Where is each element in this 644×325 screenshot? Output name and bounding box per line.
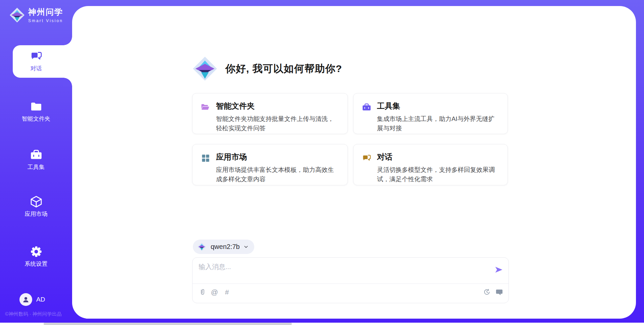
model-selector[interactable]: qwen2:7b bbox=[193, 240, 254, 254]
card-chat[interactable]: 对话 灵活切换多模型文件，支持多样回复效果调试，满足个性化需求 bbox=[353, 144, 508, 185]
app-root: 神州问学 Smart Vision 对话 智能文件夹 工具集 bbox=[0, 0, 644, 325]
send-icon[interactable] bbox=[494, 265, 503, 274]
tab-fillet-bottom bbox=[63, 78, 72, 86]
grid-icon bbox=[201, 153, 211, 163]
sidebar: 神州问学 Smart Vision 对话 智能文件夹 工具集 bbox=[0, 0, 72, 325]
user-initials: AD bbox=[36, 296, 45, 303]
brand-name: 神州问学 bbox=[28, 7, 63, 17]
horizontal-scrollbar-thumb[interactable] bbox=[44, 323, 292, 325]
cube-icon bbox=[30, 195, 43, 208]
diamond-logo-icon bbox=[197, 242, 206, 251]
composer-toolbar: @ # bbox=[199, 288, 503, 296]
composer-divider bbox=[193, 283, 508, 284]
card-description: 智能文件夹功能支持批量文件上传与清洗，轻松实现文件问答 bbox=[216, 114, 339, 133]
sidebar-item-label: 工具集 bbox=[0, 163, 72, 171]
history-icon[interactable] bbox=[483, 288, 491, 296]
brand-subtitle: Smart Vision bbox=[28, 18, 63, 23]
avatar bbox=[19, 293, 32, 306]
sidebar-item-label: 智能文件夹 bbox=[0, 115, 72, 123]
chevron-down-icon bbox=[243, 244, 249, 250]
user-profile[interactable]: AD bbox=[19, 293, 45, 306]
model-name: qwen2:7b bbox=[211, 243, 240, 251]
card-title: 应用市场 bbox=[216, 152, 339, 162]
tab-fillet-top bbox=[63, 37, 72, 45]
toolbox-icon bbox=[30, 148, 43, 161]
greeting-title: 你好, 我可以如何帮助你? bbox=[225, 62, 342, 76]
card-description: 集成市场上主流工具，助力AI与外界无缝扩展与对接 bbox=[377, 114, 499, 133]
sidebar-item-chat[interactable]: 对话 bbox=[0, 50, 72, 72]
sidebar-item-toolset[interactable]: 工具集 bbox=[0, 148, 72, 171]
card-title: 对话 bbox=[377, 152, 499, 162]
hash-icon[interactable]: # bbox=[223, 288, 231, 296]
main-content: 你好, 我可以如何帮助你? 智能文件夹 智能文件夹功能支持批量文件上传与清洗，轻… bbox=[72, 6, 636, 319]
card-toolset[interactable]: 工具集 集成市场上主流工具，助力AI与外界无缝扩展与对接 bbox=[353, 93, 508, 134]
sidebar-item-smart-folder[interactable]: 智能文件夹 bbox=[0, 100, 72, 123]
diamond-logo-icon bbox=[9, 7, 25, 23]
card-title: 工具集 bbox=[377, 101, 499, 111]
feature-cards: 智能文件夹 智能文件夹功能支持批量文件上传与清洗，轻松实现文件问答 工具集 集成… bbox=[192, 93, 508, 185]
message-composer: @ # bbox=[192, 257, 509, 303]
feedback-icon[interactable] bbox=[495, 288, 503, 296]
sidebar-item-app-market[interactable]: 应用市场 bbox=[0, 195, 72, 218]
chat-bubbles-icon bbox=[30, 50, 43, 63]
card-title: 智能文件夹 bbox=[216, 101, 339, 111]
card-app-market[interactable]: 应用市场 应用市场提供丰富长文本模板，助力高效生成多样化文章内容 bbox=[192, 144, 348, 185]
sidebar-item-settings[interactable]: 系统设置 bbox=[0, 245, 72, 268]
greeting: 你好, 我可以如何帮助你? bbox=[192, 56, 342, 82]
attachment-icon[interactable] bbox=[199, 288, 206, 296]
sidebar-item-label: 对话 bbox=[0, 65, 72, 72]
sidebar-item-label: 应用市场 bbox=[0, 210, 72, 218]
message-input[interactable] bbox=[199, 262, 487, 281]
chat-bubbles-icon bbox=[362, 153, 372, 163]
copyright-footer: ©神州数码 · 神州问学出品 bbox=[5, 311, 62, 317]
gear-icon bbox=[30, 245, 43, 258]
toolbox-icon bbox=[362, 102, 372, 112]
folder-icon bbox=[30, 100, 43, 113]
card-description: 灵活切换多模型文件，支持多样回复效果调试，满足个性化需求 bbox=[377, 165, 499, 184]
folder-open-icon bbox=[201, 102, 211, 112]
brand: 神州问学 Smart Vision bbox=[9, 7, 63, 23]
diamond-logo-icon bbox=[192, 56, 218, 82]
mention-icon[interactable]: @ bbox=[210, 288, 219, 296]
card-smart-folder[interactable]: 智能文件夹 智能文件夹功能支持批量文件上传与清洗，轻松实现文件问答 bbox=[192, 93, 348, 134]
sidebar-item-label: 系统设置 bbox=[0, 260, 72, 268]
person-icon bbox=[21, 295, 30, 304]
card-description: 应用市场提供丰富长文本模板，助力高效生成多样化文章内容 bbox=[216, 165, 339, 184]
